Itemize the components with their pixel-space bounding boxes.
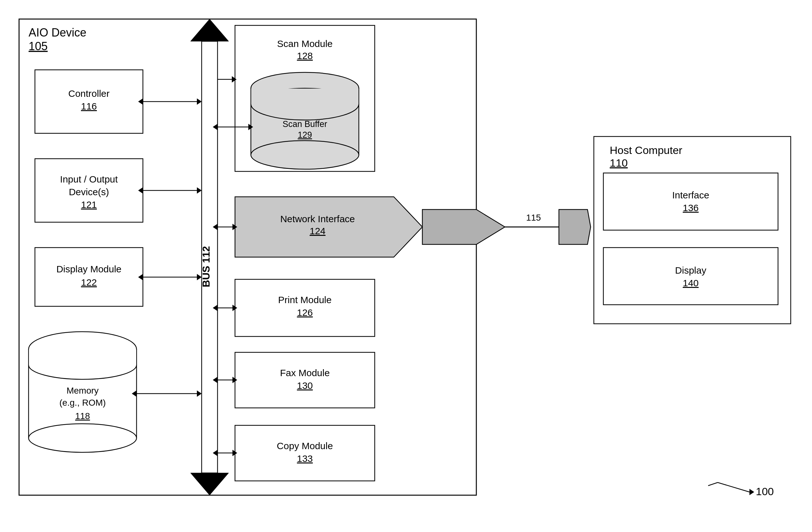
scan-buffer-cover <box>251 89 359 104</box>
scan-module-number: 128 <box>297 50 313 61</box>
main-svg: AIO Device 105 Controller 116 Input / Ou… <box>0 0 812 532</box>
memory-cylinder-bottom <box>29 424 136 452</box>
host-display-number: 140 <box>683 278 699 288</box>
host-left-arrow <box>559 209 591 245</box>
controller-label: Controller <box>68 88 110 99</box>
print-module-number: 126 <box>297 307 313 318</box>
interface-number: 136 <box>683 203 699 213</box>
host-computer-number: 110 <box>610 157 628 169</box>
io-number: 121 <box>81 200 97 210</box>
network-right-arrow <box>422 209 505 245</box>
display-module-label: Display Module <box>56 264 121 274</box>
io-label1: Input / Output <box>60 174 118 184</box>
memory-label1: Memory <box>67 386 99 396</box>
diagram-container: AIO Device 105 Controller 116 Input / Ou… <box>0 0 812 532</box>
bus-label: BUS 112 <box>200 246 212 287</box>
memory-label2: (e.g., ROM) <box>59 398 106 408</box>
scan-buffer-label: Scan Buffer <box>282 119 328 129</box>
network-interface-box <box>235 197 422 257</box>
aio-device-label: AIO Device <box>29 26 86 39</box>
connection-label: 115 <box>526 213 541 222</box>
diagram-arrow-line <box>718 483 750 492</box>
network-number: 124 <box>310 226 325 236</box>
scan-module-label: Scan Module <box>277 39 333 49</box>
diagram-arrow-head <box>750 489 754 495</box>
fax-module-number: 130 <box>297 380 313 391</box>
memory-number: 118 <box>75 411 90 421</box>
diagram-arrow-tail <box>708 483 718 486</box>
scan-buffer-number: 129 <box>298 130 312 140</box>
io-label2: Device(s) <box>69 187 109 197</box>
network-label: Network Interface <box>280 213 355 224</box>
copy-module-number: 133 <box>297 453 313 464</box>
host-display-box <box>603 248 778 305</box>
scan-buffer-bottom <box>251 141 359 169</box>
copy-module-label: Copy Module <box>277 441 333 451</box>
host-display-label: Display <box>675 265 706 276</box>
interface-box <box>603 173 778 230</box>
display-module-number: 122 <box>81 277 97 287</box>
diagram-number: 100 <box>756 485 774 498</box>
memory-cover <box>29 350 136 365</box>
fax-module-label: Fax Module <box>280 368 330 378</box>
interface-label: Interface <box>672 190 709 200</box>
controller-number: 116 <box>81 101 97 112</box>
aio-device-number: 105 <box>29 40 48 53</box>
host-computer-label: Host Computer <box>610 144 682 156</box>
print-module-label: Print Module <box>278 295 332 305</box>
